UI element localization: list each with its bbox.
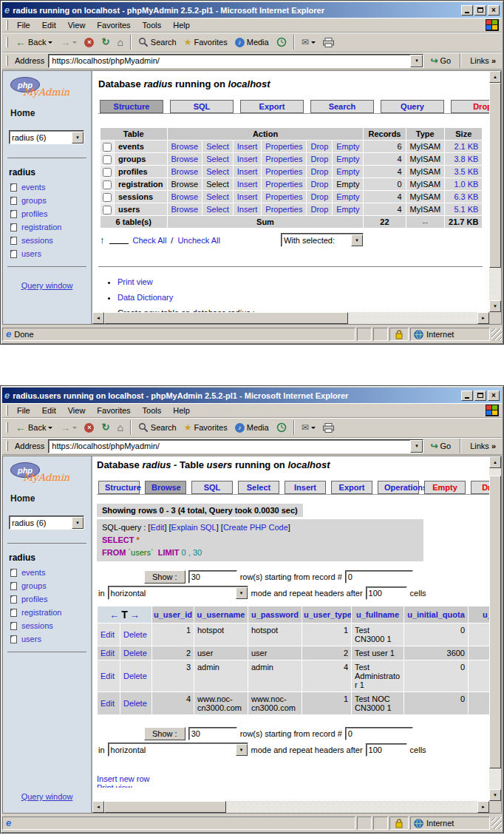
stop-button[interactable]: ×	[81, 36, 97, 49]
sidebar-table-events[interactable]: events	[10, 183, 91, 192]
home-button[interactable]: ⌂	[114, 422, 126, 433]
scroll-up-button[interactable]: ▲	[489, 71, 501, 83]
properties-link[interactable]: Properties	[265, 142, 302, 151]
mode-select[interactable]: horizontal▼	[108, 586, 248, 600]
search-button[interactable]: Search	[135, 36, 180, 49]
drop-link[interactable]: Drop	[310, 205, 328, 214]
close-button[interactable]: ×	[488, 391, 500, 401]
stop-button[interactable]: ×	[81, 422, 97, 434]
insert-link[interactable]: Insert	[237, 205, 258, 214]
minimize-button[interactable]	[461, 391, 473, 401]
menu-edit[interactable]: Edit	[36, 19, 62, 31]
uncheck-all-link[interactable]: Uncheck All	[177, 236, 219, 245]
tab-empty[interactable]: Empty	[424, 481, 466, 494]
sidebar-table-sessions[interactable]: sessions	[10, 236, 91, 245]
col-u-cur[interactable]: u_cur	[469, 606, 489, 623]
select-dropdown-button[interactable]: ▼	[72, 517, 84, 529]
edit-link[interactable]: Edit	[101, 630, 115, 639]
insert-link[interactable]: Insert	[237, 180, 258, 189]
repeat-headers-input[interactable]	[366, 743, 407, 757]
forward-button[interactable]: →	[57, 422, 80, 433]
edit-link[interactable]: Edit	[101, 672, 115, 680]
favorites-button[interactable]: ★Favorites	[181, 422, 231, 433]
menu-file[interactable]: File	[11, 405, 36, 416]
sidebar-table-users[interactable]: users	[10, 249, 91, 258]
tab-select[interactable]: Select	[238, 481, 279, 494]
select-dropdown-button[interactable]: ▼	[236, 587, 248, 599]
links-button[interactable]: Links»	[467, 55, 499, 67]
media-button[interactable]: ♪Media	[232, 36, 272, 49]
maximize-button[interactable]	[474, 391, 486, 401]
tab-browse[interactable]: Browse	[145, 481, 186, 494]
back-button[interactable]: ←Back	[13, 36, 55, 48]
mode-select[interactable]: horizontal▼	[108, 743, 248, 757]
delete-link[interactable]: Delete	[123, 630, 147, 639]
insert-link[interactable]: Insert	[237, 155, 258, 163]
horizontal-scrollbar[interactable]: ◄ ►	[92, 801, 489, 813]
scroll-down-button[interactable]: ▼	[489, 300, 501, 312]
col-u-user-id[interactable]: u_user_id	[152, 606, 194, 623]
tab-operations[interactable]: Operations	[378, 481, 419, 494]
database-select[interactable]: radius (6) ▼	[9, 130, 84, 144]
bar-grip[interactable]	[6, 405, 8, 416]
sort-right-icon[interactable]: →	[130, 609, 140, 621]
print-view-link-clipped[interactable]: Print view	[97, 783, 489, 788]
repeat-headers-input[interactable]	[366, 586, 407, 600]
address-dropdown-button[interactable]: ▼	[410, 440, 423, 453]
address-input[interactable]: https://localhost/phpMyadmin/ ▼	[48, 439, 423, 453]
maximize-button[interactable]	[474, 5, 486, 16]
bar-grip[interactable]	[6, 422, 8, 433]
bar-grip[interactable]	[6, 20, 8, 30]
empty-link[interactable]: Empty	[336, 205, 359, 214]
bar-grip[interactable]	[6, 55, 8, 66]
resize-grip[interactable]	[491, 817, 502, 829]
mail-button[interactable]: ✉	[299, 422, 319, 433]
sidebar-table-profiles[interactable]: profiles	[10, 209, 91, 218]
forward-button[interactable]: →	[57, 36, 80, 48]
scrollbar-thumb[interactable]	[104, 801, 226, 813]
home-button[interactable]: ⌂	[114, 36, 126, 48]
show-button[interactable]: Show :	[144, 727, 185, 740]
row-checkbox[interactable]	[103, 143, 112, 152]
bar-grip[interactable]	[6, 37, 8, 47]
browse-link[interactable]: Browse	[171, 155, 199, 163]
tab-structure[interactable]: Structure	[98, 481, 140, 494]
empty-link[interactable]: Empty	[336, 142, 359, 151]
scroll-down-button[interactable]: ▼	[489, 789, 501, 801]
properties-link[interactable]: Properties	[265, 205, 302, 214]
title-bar[interactable]: e radius running on localhost - phpMyAdm…	[2, 2, 502, 18]
sidebar-table-registration[interactable]: registration	[10, 608, 91, 617]
home-link[interactable]: Home	[10, 108, 91, 118]
size-link[interactable]: 6.3 KB	[454, 192, 478, 201]
menu-tools[interactable]: Tools	[137, 405, 168, 416]
insert-link[interactable]: Insert	[237, 192, 258, 201]
browse-link[interactable]: Browse	[171, 167, 199, 176]
tab-drop[interactable]: Drop	[471, 481, 489, 494]
sql-php-code-link[interactable]: Create PHP Code	[223, 523, 288, 532]
browse-link[interactable]: Browse	[171, 142, 199, 151]
resize-grip[interactable]	[491, 328, 502, 340]
query-window-link[interactable]: Query window	[3, 281, 91, 290]
links-button[interactable]: Links»	[467, 440, 499, 452]
start-record-input[interactable]	[345, 727, 413, 740]
query-window-link[interactable]: Query window	[3, 792, 91, 801]
row-checkbox[interactable]	[103, 155, 112, 164]
size-link[interactable]: 2.1 KB	[454, 142, 478, 151]
row-count-input[interactable]	[188, 570, 237, 584]
sql-edit-link[interactable]: Edit	[150, 523, 164, 532]
drop-link[interactable]: Drop	[310, 142, 328, 151]
row-checkbox[interactable]	[103, 206, 112, 214]
bar-grip[interactable]	[6, 441, 8, 451]
drop-link[interactable]: Drop	[310, 180, 328, 189]
menu-favorites[interactable]: Favorites	[91, 19, 136, 31]
data-dictionary-link[interactable]: Data Dictionary	[118, 293, 173, 302]
scroll-right-button[interactable]: ►	[477, 312, 489, 324]
menu-view[interactable]: View	[62, 405, 92, 416]
media-button[interactable]: ♪Media	[232, 422, 272, 434]
sql-explain-link[interactable]: Explain SQL	[171, 523, 217, 532]
row-count-input[interactable]	[188, 727, 237, 740]
show-button[interactable]: Show :	[144, 570, 185, 584]
tab-sql[interactable]: SQL	[170, 100, 234, 113]
refresh-button[interactable]: ↻	[98, 36, 112, 48]
edit-link[interactable]: Edit	[101, 649, 115, 657]
